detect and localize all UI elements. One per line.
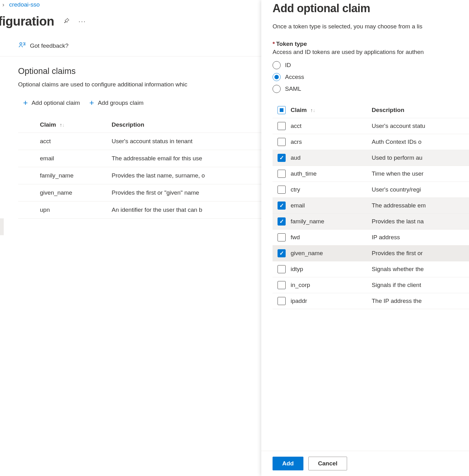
checkbox[interactable] <box>278 202 286 210</box>
claim-name: given_name <box>288 245 369 261</box>
breadcrumb: trations › credoai-sso <box>0 0 265 11</box>
claim-row-idtyp[interactable]: idtypSignals whether the <box>273 261 469 277</box>
column-description[interactable]: Description <box>369 102 469 118</box>
claim-name: family_name <box>18 167 112 184</box>
checkbox[interactable] <box>278 138 286 146</box>
claim-name: upn <box>18 202 112 219</box>
checkbox[interactable] <box>278 170 286 178</box>
select-all-checkbox[interactable] <box>278 106 286 114</box>
breadcrumb-separator: › <box>2 1 4 8</box>
add-optional-claim-label: Add optional claim <box>31 100 80 106</box>
claim-desc: Signals whether the <box>369 261 469 277</box>
checkbox[interactable] <box>278 186 286 194</box>
checkbox-cell[interactable] <box>273 277 288 293</box>
claim-desc: Signals if the client <box>369 277 469 293</box>
claim-name: acct <box>288 118 369 134</box>
token-type-option-saml[interactable]: SAML <box>273 83 469 95</box>
claim-desc: The addressable em <box>369 198 469 214</box>
claim-desc: The IP address the <box>369 293 469 309</box>
token-type-option-id[interactable]: ID <box>273 59 469 71</box>
add-claim-panel: Add optional claim Once a token type is … <box>261 0 469 476</box>
claim-desc: Provides the last name, surname, o <box>112 167 265 184</box>
checkbox-cell[interactable] <box>273 198 288 214</box>
claim-name: in_corp <box>288 277 369 293</box>
claim-name: acct <box>18 133 112 150</box>
optional-claims-heading: Optional claims <box>0 56 265 81</box>
checkbox-cell[interactable] <box>273 230 288 245</box>
feedback-link[interactable]: Got feedback? <box>0 36 265 56</box>
column-claim[interactable]: Claim ↑↓ <box>18 117 112 133</box>
claim-row-email[interactable]: emailThe addressable em <box>273 198 469 214</box>
column-description[interactable]: Description <box>112 117 265 133</box>
panel-footer: Add Cancel <box>261 451 469 476</box>
claim-name: idtyp <box>288 261 369 277</box>
checkbox[interactable] <box>278 281 286 289</box>
claim-desc: User's country/regi <box>369 182 469 198</box>
add-groups-claim-button[interactable]: + Add groups claim <box>89 98 143 108</box>
token-type-description: Access and ID tokens are used by applica… <box>273 47 469 59</box>
more-icon[interactable]: ··· <box>79 17 86 26</box>
breadcrumb-current[interactable]: credoai-sso <box>9 1 40 8</box>
checkbox-cell[interactable] <box>273 166 288 182</box>
add-button[interactable]: Add <box>273 457 303 470</box>
claim-row-family_name[interactable]: family_nameProvides the last na <box>273 214 469 230</box>
claim-desc: Auth Context IDs o <box>369 134 469 150</box>
checkbox-cell[interactable] <box>273 293 288 309</box>
checkbox-cell[interactable] <box>273 118 288 134</box>
checkbox-cell[interactable] <box>273 261 288 277</box>
checkbox-cell[interactable] <box>273 134 288 150</box>
add-optional-claim-button[interactable]: + Add optional claim <box>23 98 80 108</box>
feedback-label: Got feedback? <box>30 42 69 49</box>
checkbox-cell[interactable] <box>273 214 288 230</box>
main-content: trations › credoai-sso n configuration ·… <box>0 0 265 476</box>
checkbox-cell[interactable] <box>273 245 288 261</box>
claim-name: ipaddr <box>288 293 369 309</box>
claims-table: Claim ↑↓ Description acctUser's account … <box>273 102 469 309</box>
claim-desc: IP address <box>369 230 469 245</box>
checkbox[interactable] <box>278 297 286 305</box>
checkbox[interactable] <box>278 154 286 162</box>
checkbox[interactable] <box>278 249 286 257</box>
claim-name: fwd <box>288 230 369 245</box>
claim-row-ctry[interactable]: ctryUser's country/regi <box>273 182 469 198</box>
claim-row-given_name[interactable]: given_nameProvides the first or <box>273 245 469 261</box>
radio-icon <box>273 73 281 81</box>
claim-desc: The addressable email for this use <box>112 150 265 167</box>
add-groups-claim-label: Add groups claim <box>98 100 144 106</box>
claim-name: given_name <box>18 184 112 202</box>
claim-desc: Provides the first or <box>369 245 469 261</box>
checkbox-cell[interactable] <box>273 182 288 198</box>
claim-name: aud <box>288 150 369 166</box>
checkbox-cell[interactable] <box>273 150 288 166</box>
column-claim[interactable]: Claim ↑↓ <box>288 102 369 118</box>
table-row[interactable]: emailThe addressable email for this use <box>18 150 265 167</box>
table-row[interactable]: family_nameProvides the last name, surna… <box>18 167 265 184</box>
select-all-cell[interactable] <box>273 102 288 118</box>
claim-row-in_corp[interactable]: in_corpSignals if the client <box>273 277 469 293</box>
token-type-label: *Token type <box>273 41 469 47</box>
claim-desc: Provides the first or "given" name <box>112 184 265 202</box>
radio-label: ID <box>285 62 291 69</box>
claim-row-auth_time[interactable]: auth_timeTime when the user <box>273 166 469 182</box>
checkbox[interactable] <box>278 233 286 241</box>
checkbox[interactable] <box>278 265 286 273</box>
cancel-button[interactable]: Cancel <box>308 457 347 470</box>
checkbox[interactable] <box>278 217 286 226</box>
table-row[interactable]: upnAn identifier for the user that can b <box>18 202 265 219</box>
claim-row-acrs[interactable]: acrsAuth Context IDs o <box>273 134 469 150</box>
claim-name: auth_time <box>288 166 369 182</box>
token-type-option-access[interactable]: Access <box>273 71 469 83</box>
claim-row-acct[interactable]: acctUser's account statu <box>273 118 469 134</box>
claim-row-ipaddr[interactable]: ipaddrThe IP address the <box>273 293 469 309</box>
existing-claims-table: Claim ↑↓ Description acctUser's account … <box>18 117 265 219</box>
table-row[interactable]: acctUser's account status in tenant <box>18 133 265 150</box>
checkbox[interactable] <box>278 122 286 130</box>
optional-claims-description: Optional claims are used to configure ad… <box>0 81 265 95</box>
plus-icon: + <box>23 98 28 108</box>
table-row[interactable]: given_nameProvides the first or "given" … <box>18 184 265 202</box>
claim-row-fwd[interactable]: fwdIP address <box>273 230 469 245</box>
claim-name: ctry <box>288 182 369 198</box>
claim-row-aud[interactable]: audUsed to perform au <box>273 150 469 166</box>
pin-icon[interactable] <box>63 17 70 25</box>
claim-desc: Used to perform au <box>369 150 469 166</box>
